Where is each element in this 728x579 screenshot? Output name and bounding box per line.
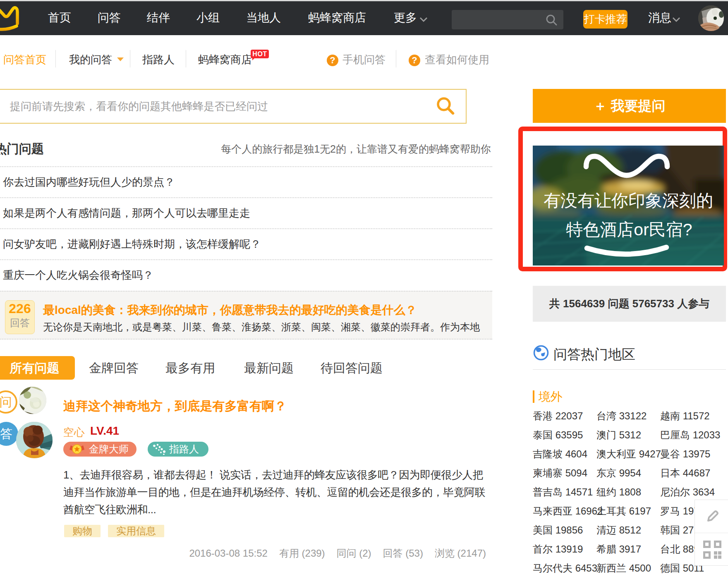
svg-text:特色酒店or民宿?: 特色酒店or民宿? xyxy=(566,220,692,239)
svg-text:有没有让你印象深刻的: 有没有让你印象深刻的 xyxy=(544,191,713,210)
